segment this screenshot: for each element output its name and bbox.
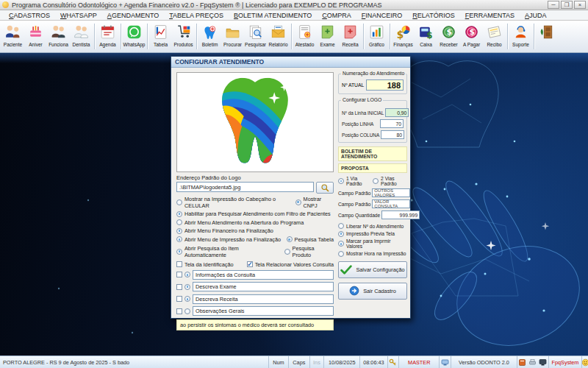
checkbox-observacoes-gerais[interactable] [176, 308, 182, 314]
status-location: PORTO ALEGRE - RS 9 de Agosto de 2025 - … [0, 356, 269, 368]
toolbar-agenda[interactable]: Agenda [96, 21, 119, 52]
radio-pesquisa-produto[interactable] [284, 249, 290, 255]
radio-mostrar-celular[interactable] [176, 199, 182, 205]
menu-ferramentas[interactable]: FERRAMENTAS [460, 12, 520, 19]
radio-marcar-imprimir-valores[interactable] [338, 241, 344, 247]
menu-tabela-precos[interactable]: TABELA PREÇOS [164, 12, 229, 19]
toolbar-atestado[interactable]: Atestado [293, 21, 316, 52]
posicao-linha-input[interactable]: 70 [380, 119, 404, 128]
toolbar-exame[interactable]: Exame [316, 21, 339, 52]
radio-pesquisa-tabela[interactable] [287, 236, 293, 242]
menu-financeiro[interactable]: FINANCEIRO [356, 12, 408, 19]
checkbox-informacoes-consulta[interactable] [176, 272, 182, 277]
salvar-configuracao-button[interactable]: Salvar Configuração [338, 261, 407, 278]
toolbar-grafico[interactable]: Gráfico [365, 21, 388, 52]
toolbar-label: Funciona [49, 42, 68, 47]
observacoes-gerais-input[interactable]: Observações Gerais [193, 306, 334, 316]
radio-informacoes-consulta[interactable] [184, 272, 190, 277]
close-button[interactable]: × [574, 1, 586, 9]
svg-text:$: $ [397, 29, 404, 40]
toolbar-a-pagar[interactable]: $ A Pagar [460, 21, 483, 52]
sair-cadastro-button[interactable]: Sair Cadastro [338, 283, 407, 300]
via-label: 2 Vias Padrão [381, 176, 407, 186]
magnifier-icon [320, 183, 330, 193]
descreva-exame-input[interactable]: Descreva Exame [193, 282, 334, 291]
toolbar-receber[interactable]: $ Receber [437, 21, 460, 52]
radio-2-vias[interactable] [373, 178, 379, 184]
radio-descreva-exame[interactable] [184, 284, 190, 290]
toolbar-label: Receita [342, 42, 358, 47]
exit-button-label: Sair Cadastro [363, 288, 396, 294]
toolbar-paciente[interactable]: Paciente [1, 21, 24, 52]
print-option-label: Marcar para Imprmir Valores [346, 238, 407, 249]
toolbar-exit[interactable] [536, 21, 559, 52]
radio-abrir-pesquisa-item[interactable] [176, 249, 182, 255]
radio-abrir-menu-atendimento[interactable] [176, 219, 182, 225]
descreva-receita-input[interactable]: Descreva Receita [193, 294, 334, 304]
toolbar-separator [291, 24, 292, 49]
toolbar-relatorio[interactable]: Relatório [267, 21, 290, 52]
radio-impressao-previa[interactable] [338, 231, 344, 237]
linha-inicial-input[interactable]: 0,90 [385, 108, 409, 117]
logo-address-input[interactable]: .\BITMAP\logodenta5.jpg [176, 182, 314, 192]
toolbar-procurar[interactable]: Procurar [221, 21, 244, 52]
toolbar-financas[interactable]: $ Finanças [392, 21, 415, 52]
minimize-button[interactable]: ─ [548, 1, 559, 9]
toolbar-label: A Pagar [463, 42, 480, 47]
configurar-atendimento-dialog: CONFIGURAR ATENDIMENTO [171, 56, 411, 319]
campo-padrao-2-input[interactable]: VALOR CONSULTA [372, 199, 410, 208]
toolbar-receita[interactable]: Receita [339, 21, 362, 52]
radio-abrir-menu-financeiro[interactable] [176, 228, 182, 234]
checkbox-descreva-exame[interactable] [176, 284, 182, 290]
toolbar-tabela[interactable]: Tabela [149, 21, 172, 52]
toolbar-boletim[interactable]: Boletim [198, 21, 221, 52]
toolbar-pesquisar[interactable]: Pesquisar [244, 21, 267, 52]
toolbar-aniver[interactable]: Aniver [24, 21, 47, 52]
menu-agendamento[interactable]: AGENDAMENTO [102, 12, 164, 19]
window-title: Programa Consultório Odontológico + Agen… [12, 1, 548, 9]
prescription-note-icon [341, 23, 359, 41]
menu-whatsapp[interactable]: WHATSAPP [55, 12, 102, 19]
patients-icon [4, 23, 22, 41]
radio-liberar-numero[interactable] [338, 223, 344, 229]
status-brand: FpqSystem [549, 356, 582, 368]
menu-compra[interactable]: COMPRA [317, 12, 356, 19]
toolbar-label: Procurar [223, 42, 242, 47]
checkbox-descreva-receita[interactable] [176, 296, 182, 302]
browse-logo-button[interactable] [316, 182, 334, 194]
toolbar-caixa[interactable]: $ Caixa [415, 21, 437, 52]
toolbar-suporte[interactable]: Suporte [509, 21, 532, 52]
checkbox-tela-relacionar-valores[interactable] [247, 261, 253, 267]
check-icon [340, 265, 352, 275]
campo-quantidade-input[interactable]: 999.999 [381, 210, 420, 219]
menu-relatorios[interactable]: RELATÓRIOS [407, 12, 459, 19]
radio-descreva-receita[interactable] [184, 296, 190, 302]
menu-cadastros[interactable]: CADASTROS [4, 12, 55, 19]
menu-ajuda[interactable]: AJUDA [520, 12, 552, 19]
radio-mostrar-cnpj[interactable] [295, 199, 301, 205]
informacoes-consulta-input[interactable]: Informações da Consulta [193, 270, 334, 280]
pay-money-icon: $ [462, 23, 481, 41]
option-label: Abrir Menu Financeiro na Finalização [184, 227, 273, 234]
radio-abrir-menu-impressao[interactable] [176, 236, 182, 242]
radio-habilitar-pesquisa-filtro[interactable] [176, 211, 182, 217]
campo-padrao-1-input[interactable]: OUTROS VALORES [372, 188, 410, 197]
toolbar-label: Gráfico [369, 42, 384, 47]
numero-atual-field[interactable]: 188 [366, 79, 404, 91]
radio-mostrar-hora[interactable] [338, 251, 344, 257]
toolbar-dentista[interactable]: Dentista [70, 21, 93, 52]
posicao-coluna-input[interactable]: 80 [381, 130, 404, 139]
toolbar-whatsapp[interactable]: WhatsApp [123, 21, 146, 52]
checkbox-tela-identificacao[interactable] [176, 261, 182, 267]
smiley-badge-icon [582, 358, 588, 367]
cash-ledger-icon: $ [417, 23, 435, 41]
menu-boletim-atendimento[interactable]: BOLETIM ATENDIMENTO [229, 12, 317, 19]
toolbar-recibo[interactable]: Recibo [483, 21, 506, 52]
radio-observacoes-gerais[interactable] [184, 308, 190, 314]
toolbar-funciona[interactable]: Funciona [47, 21, 70, 52]
radio-1-via[interactable] [338, 178, 344, 184]
status-badge-cell [582, 356, 588, 368]
toolbar-label: Boletim [202, 42, 218, 47]
toolbar-produtos[interactable]: Produtos [172, 21, 195, 52]
restore-button[interactable]: ❐ [561, 1, 573, 9]
